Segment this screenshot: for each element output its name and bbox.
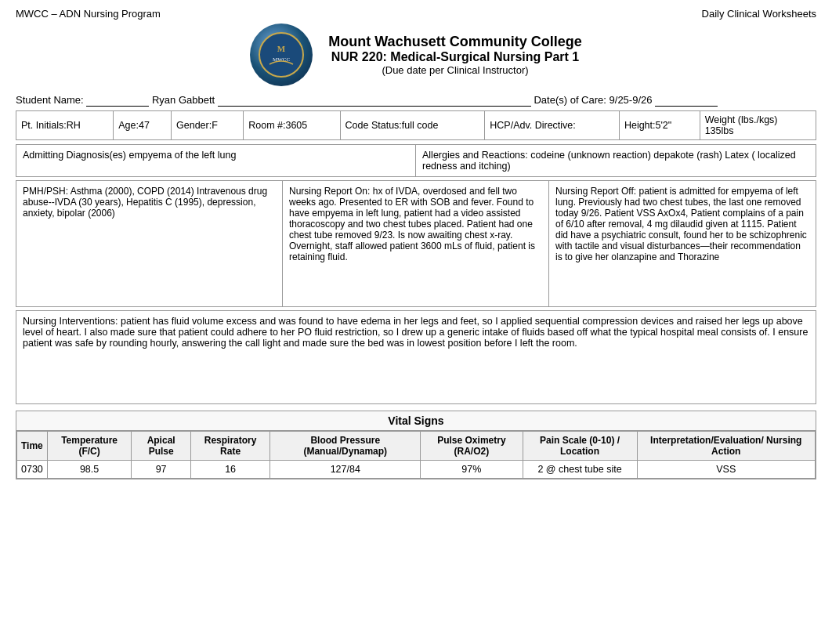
pt-gender: Gender:F	[172, 111, 244, 140]
pt-weight: Weight (lbs./kgs) 135lbs	[700, 111, 816, 140]
pt-age: Age:47	[114, 111, 172, 140]
top-right-label: Daily Clinical Worksheets	[702, 8, 816, 20]
col-time: Time	[17, 432, 48, 461]
col-resp: Respiratory Rate	[190, 432, 269, 461]
col-temp: Temperature (F/C)	[47, 432, 132, 461]
col-pain: Pain Scale (0-10) / Location	[523, 432, 637, 461]
allergies-reactions: Allergies and Reactions: codeine (unknow…	[416, 145, 816, 176]
nursing-interventions: Nursing Interventions: patient has fluid…	[16, 310, 816, 404]
pt-hcp: HCP/Adv. Directive:	[485, 111, 620, 140]
course-title: NUR 220: Medical-Surgical Nursing Part 1	[328, 50, 581, 64]
admitting-diagnosis: Admitting Diagnosis(es) empyema of the l…	[16, 145, 416, 176]
vitals-cell-resp: 16	[190, 461, 269, 479]
vitals-section: Vital Signs Time Temperature (F/C) Apica…	[16, 411, 816, 479]
pt-initials: Pt. Initials:RH	[16, 111, 114, 140]
col-interp: Interpretation/Evaluation/ Nursing Actio…	[637, 432, 815, 461]
due-date: (Due date per Clinical Instructor)	[328, 64, 581, 76]
svg-point-0	[259, 33, 303, 77]
svg-text:M: M	[277, 44, 286, 53]
nursing-report-on-cell: Nursing Report On: hx of IVDA, overdosed…	[283, 181, 549, 306]
college-logo: M MWCC	[250, 24, 313, 86]
pmh-cell: PMH/PSH: Asthma (2000), COPD (2014) Intr…	[16, 181, 283, 306]
col-apical: Apical Pulse	[132, 432, 191, 461]
vitals-cell-temp: 98.5	[47, 461, 132, 479]
vitals-row: 073098.59716127/8497%2 @ chest tube site…	[17, 461, 816, 479]
vitals-cell-interp: VSS	[637, 461, 815, 479]
pt-room: Room #:3605	[244, 111, 340, 140]
col-spo2: Pulse Oximetry (RA/O2)	[421, 432, 523, 461]
college-title: Mount Wachusett Community College	[328, 34, 581, 50]
vitals-cell-spo2: 97%	[421, 461, 523, 479]
vitals-title: Vital Signs	[16, 411, 816, 431]
vitals-cell-bp: 127/84	[270, 461, 421, 479]
pt-code: Code Status:full code	[340, 111, 485, 140]
patient-info-table: Pt. Initials:RH Age:47 Gender:F Room #:3…	[16, 110, 816, 140]
student-line: Student Name: Ryan Gabbett Date(s) of Ca…	[16, 94, 816, 107]
pt-height: Height:5'2"	[619, 111, 700, 140]
vitals-cell-apical: 97	[132, 461, 191, 479]
vitals-cell-pain: 2 @ chest tube site	[523, 461, 637, 479]
top-left-label: MWCC – ADN Nursing Program	[16, 8, 161, 20]
vitals-cell-time: 0730	[17, 461, 48, 479]
pmh-reports-section: PMH/PSH: Asthma (2000), COPD (2014) Intr…	[16, 180, 816, 307]
nursing-report-off-cell: Nursing Report Off: patient is admitted …	[549, 181, 816, 306]
col-bp: Blood Pressure (Manual/Dynamap)	[270, 432, 421, 461]
vitals-table: Time Temperature (F/C) Apical Pulse Resp…	[16, 431, 816, 479]
